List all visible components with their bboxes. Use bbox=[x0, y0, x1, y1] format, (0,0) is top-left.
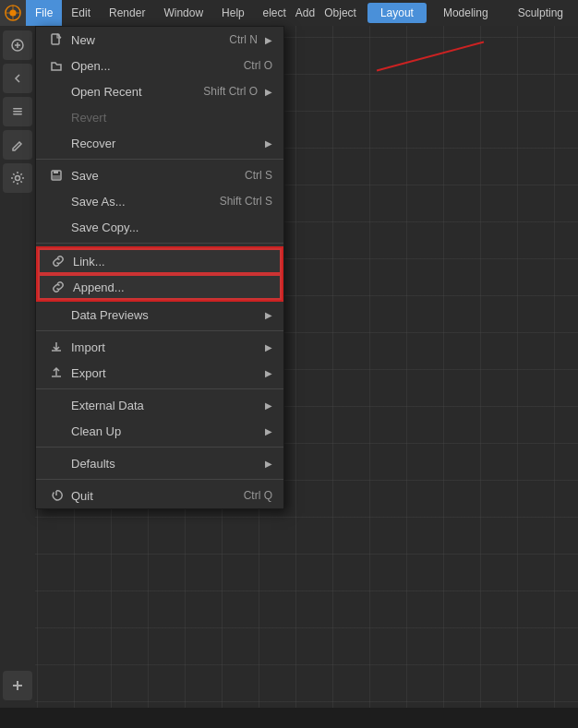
separator-4 bbox=[36, 388, 283, 389]
import-arrow: ▶ bbox=[265, 342, 272, 352]
file-dropdown: New Ctrl N ▶ Open... Ctrl O Open Recent … bbox=[35, 26, 284, 509]
menu-item-save-as[interactable]: Save As... Shift Ctrl S bbox=[36, 188, 283, 214]
defaults-icon bbox=[47, 454, 66, 472]
menu-window[interactable]: Window bbox=[154, 0, 212, 26]
menu-item-append[interactable]: Append... bbox=[38, 274, 282, 300]
separator-2 bbox=[36, 243, 283, 244]
sidebar-icon-edit[interactable] bbox=[3, 130, 32, 160]
save-as-label: Save As... bbox=[71, 195, 220, 209]
header-object: Object bbox=[324, 6, 356, 19]
external-data-arrow: ▶ bbox=[265, 400, 272, 411]
sidebar-icon-settings[interactable] bbox=[3, 163, 32, 193]
menu-edit[interactable]: Edit bbox=[62, 0, 100, 26]
data-previews-arrow: ▶ bbox=[265, 310, 272, 320]
data-previews-label: Data Previews bbox=[71, 308, 258, 322]
tab-modeling[interactable]: Modeling bbox=[430, 3, 501, 23]
menu-item-recover[interactable]: Recover ▶ bbox=[36, 130, 283, 156]
left-sidebar bbox=[0, 26, 35, 728]
separator-6 bbox=[36, 479, 283, 480]
svg-point-8 bbox=[16, 176, 20, 181]
sidebar-icon-back[interactable] bbox=[3, 64, 32, 93]
new-shortcut: Ctrl N bbox=[229, 33, 258, 46]
header-add: Add bbox=[295, 6, 315, 19]
tab-sculpting[interactable]: Sculpting bbox=[505, 3, 576, 23]
open-recent-icon bbox=[47, 82, 66, 101]
save-copy-label: Save Copy... bbox=[71, 221, 272, 234]
menubar-right: elect Add Object Layout Modeling Sculpti… bbox=[262, 3, 578, 23]
menu-item-data-previews[interactable]: Data Previews ▶ bbox=[36, 302, 283, 328]
tab-layout[interactable]: Layout bbox=[367, 3, 427, 23]
menu-item-open[interactable]: Open... Ctrl O bbox=[36, 53, 283, 78]
separator-5 bbox=[36, 447, 283, 448]
menubar: File Edit Render Window Help elect Add O… bbox=[0, 0, 578, 26]
import-icon bbox=[47, 338, 66, 356]
quit-shortcut: Ctrl Q bbox=[244, 489, 272, 502]
menu-item-defaults[interactable]: Defaults ▶ bbox=[36, 450, 283, 476]
clean-up-arrow: ▶ bbox=[265, 426, 272, 436]
sidebar-icon-new[interactable] bbox=[3, 30, 32, 60]
open-recent-arrow: ▶ bbox=[265, 87, 272, 97]
save-as-shortcut: Shift Ctrl S bbox=[220, 195, 272, 208]
svg-rect-12 bbox=[53, 175, 60, 179]
external-data-label: External Data bbox=[71, 399, 258, 412]
append-label: Append... bbox=[73, 280, 271, 294]
quit-icon bbox=[47, 486, 66, 505]
link-label: Link... bbox=[73, 255, 271, 269]
menu-help[interactable]: Help bbox=[212, 0, 254, 26]
menu-render[interactable]: Render bbox=[100, 0, 154, 26]
defaults-arrow: ▶ bbox=[265, 459, 272, 469]
svg-rect-5 bbox=[13, 108, 22, 110]
menu-item-save[interactable]: Save Ctrl S bbox=[36, 162, 283, 188]
clean-up-label: Clean Up bbox=[71, 424, 258, 438]
save-as-icon bbox=[47, 192, 66, 210]
export-label: Export bbox=[71, 366, 258, 380]
quit-label: Quit bbox=[71, 489, 244, 503]
new-icon bbox=[47, 30, 66, 49]
save-shortcut: Ctrl S bbox=[245, 169, 272, 182]
menu-item-import[interactable]: Import ▶ bbox=[36, 334, 283, 360]
header-select: elect bbox=[262, 6, 285, 19]
menu-item-save-copy[interactable]: Save Copy... bbox=[36, 214, 283, 240]
menu-item-quit[interactable]: Quit Ctrl Q bbox=[36, 483, 283, 508]
app-logo bbox=[0, 0, 26, 26]
open-label: Open... bbox=[71, 59, 244, 73]
link-icon bbox=[49, 252, 67, 270]
recover-label: Recover bbox=[71, 137, 258, 150]
append-icon bbox=[49, 278, 67, 296]
menu-item-link[interactable]: Link... bbox=[38, 248, 282, 274]
file-menu: New Ctrl N ▶ Open... Ctrl O Open Recent … bbox=[35, 26, 284, 509]
menu-item-clean-up[interactable]: Clean Up ▶ bbox=[36, 418, 283, 444]
clean-up-icon bbox=[47, 422, 66, 440]
defaults-label: Defaults bbox=[71, 457, 258, 471]
sidebar-icon-add[interactable] bbox=[3, 671, 32, 700]
open-icon bbox=[47, 56, 66, 75]
import-label: Import bbox=[71, 340, 258, 354]
svg-rect-9 bbox=[52, 34, 59, 44]
open-recent-shortcut: Shift Ctrl O bbox=[203, 85, 258, 98]
recover-icon bbox=[47, 134, 66, 152]
external-data-icon bbox=[47, 396, 66, 414]
statusbar bbox=[0, 708, 578, 728]
menu-item-revert: Revert bbox=[36, 104, 283, 130]
menu-item-open-recent[interactable]: Open Recent Shift Ctrl O ▶ bbox=[36, 78, 283, 104]
menu-item-new[interactable]: New Ctrl N ▶ bbox=[36, 27, 283, 53]
export-arrow: ▶ bbox=[265, 368, 272, 378]
svg-rect-7 bbox=[13, 113, 22, 115]
separator-1 bbox=[36, 159, 283, 160]
svg-rect-11 bbox=[54, 171, 58, 173]
save-icon bbox=[47, 166, 66, 185]
menu-item-external-data[interactable]: External Data ▶ bbox=[36, 392, 283, 418]
open-recent-label: Open Recent bbox=[71, 85, 203, 99]
menu-item-export[interactable]: Export ▶ bbox=[36, 360, 283, 386]
new-label: New bbox=[71, 33, 229, 47]
menu-file[interactable]: File bbox=[26, 0, 62, 26]
save-copy-icon bbox=[47, 218, 66, 236]
revert-icon bbox=[47, 108, 66, 126]
open-shortcut: Ctrl O bbox=[244, 59, 272, 72]
separator-3 bbox=[36, 330, 283, 331]
revert-label: Revert bbox=[71, 111, 272, 125]
new-arrow: ▶ bbox=[265, 35, 272, 45]
recover-arrow: ▶ bbox=[265, 138, 272, 149]
data-previews-icon bbox=[47, 305, 66, 324]
sidebar-icon-grab[interactable] bbox=[3, 97, 32, 126]
